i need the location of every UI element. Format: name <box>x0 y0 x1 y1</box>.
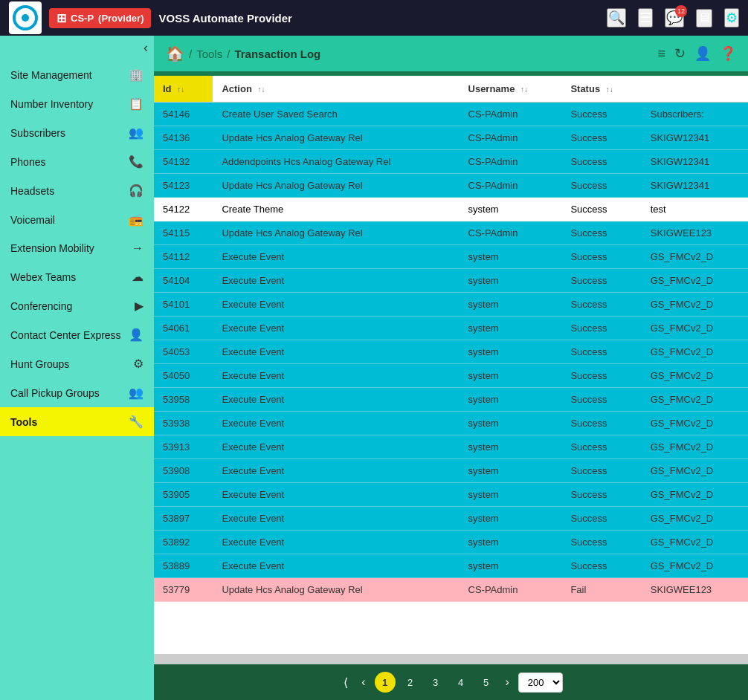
chat-icon[interactable]: 💬 12 <box>665 8 684 27</box>
user-icon[interactable]: 👤 <box>694 45 711 62</box>
logo-circle <box>13 5 38 30</box>
sidebar-item-label: Hunt Groups <box>10 358 133 370</box>
pagination-page-5[interactable]: 5 <box>476 672 497 693</box>
sidebar-item-hunt-groups[interactable]: Hunt Groups ⚙ <box>0 349 154 378</box>
settings-icon[interactable]: ⚙ <box>724 8 739 27</box>
table-row[interactable]: 54123 Update Hcs Analog Gateway Rel CS-P… <box>154 174 748 198</box>
cell-username: CS-PAdmin <box>460 174 562 198</box>
contact-center-icon: 👤 <box>129 328 144 342</box>
table-row[interactable]: 54112 Execute Event system Success GS_FM… <box>154 245 748 269</box>
cell-status: Success <box>561 340 641 364</box>
sidebar-item-conferencing[interactable]: Conferencing ▶ <box>0 291 154 320</box>
column-header-id[interactable]: Id ↑↓ <box>154 76 213 103</box>
column-header-action[interactable]: Action ↑↓ <box>213 76 459 103</box>
sidebar-item-phones[interactable]: Phones 📞 <box>0 147 154 176</box>
table-row[interactable]: 53908 Execute Event system Success GS_FM… <box>154 459 748 483</box>
cell-extra: SKIGWEE123 <box>642 221 748 245</box>
cell-username: system <box>460 198 562 221</box>
cell-id: 53889 <box>154 554 213 578</box>
sidebar-item-number-inventory[interactable]: Number Inventory 📋 <box>0 89 154 118</box>
pagination-prev-button[interactable]: ‹ <box>357 674 370 690</box>
cell-username: system <box>460 507 562 531</box>
phones-icon: 📞 <box>129 155 144 169</box>
table-row[interactable]: 54136 Update Hcs Analog Gateway Rel CS-P… <box>154 126 748 150</box>
page-size-select[interactable]: 200 100 50 25 <box>518 673 563 693</box>
cell-extra: GS_FMCv2_D <box>642 459 748 483</box>
cell-id: 54053 <box>154 340 213 364</box>
sidebar-collapse-button[interactable]: ‹ <box>144 40 148 56</box>
top-bar-icons: 🔍 ☰ 💬 12 🖥 ⚙ <box>607 8 739 27</box>
sidebar-item-subscribers[interactable]: Subscribers 👥 <box>0 118 154 147</box>
help-icon[interactable]: ❓ <box>720 45 736 62</box>
table-row[interactable]: 53958 Execute Event system Success GS_FM… <box>154 388 748 412</box>
column-header-username[interactable]: Username ↑↓ <box>460 76 562 103</box>
cell-username: system <box>460 245 562 269</box>
table-row[interactable]: 53889 Execute Event system Success GS_FM… <box>154 554 748 578</box>
cell-action: Execute Event <box>213 554 459 578</box>
cell-extra: SKIGWEE123 <box>642 578 748 602</box>
table-row[interactable]: 54050 Execute Event system Success GS_FM… <box>154 364 748 388</box>
table-row[interactable]: 54132 Addendpoints Hcs Analog Gateway Re… <box>154 150 748 174</box>
table-row[interactable]: 54061 Execute Event system Success GS_FM… <box>154 317 748 340</box>
table-row[interactable]: 54115 Update Hcs Analog Gateway Rel CS-P… <box>154 221 748 245</box>
pagination-next-button[interactable]: › <box>501 674 514 690</box>
table-row[interactable]: 54122 Create Theme system Success test <box>154 198 748 221</box>
column-header-extra <box>642 76 748 103</box>
monitor-icon[interactable]: 🖥 <box>696 9 712 27</box>
table-row[interactable]: 53938 Execute Event system Success GS_FM… <box>154 412 748 435</box>
sidebar-item-webex-teams[interactable]: Webex Teams ☁ <box>0 262 154 291</box>
cell-id: 54104 <box>154 269 213 293</box>
table-row[interactable]: 53905 Execute Event system Success GS_FM… <box>154 483 748 507</box>
cell-action: Addendpoints Hcs Analog Gateway Rel <box>213 150 459 174</box>
sidebar-item-extension-mobility[interactable]: Extension Mobility → <box>0 234 154 262</box>
pagination-page-3[interactable]: 3 <box>425 672 446 693</box>
cell-extra: GS_FMCv2_D <box>642 507 748 531</box>
sidebar-collapse[interactable]: ‹ <box>0 36 154 60</box>
table-row[interactable]: 54104 Execute Event system Success GS_FM… <box>154 269 748 293</box>
table-row[interactable]: 53897 Execute Event system Success GS_FM… <box>154 507 748 531</box>
cell-status: Success <box>561 435 641 459</box>
breadcrumb-current: Transaction Log <box>234 48 320 60</box>
logo-inner <box>22 14 29 22</box>
cell-id: 54050 <box>154 364 213 388</box>
number-inventory-icon: 📋 <box>129 97 144 111</box>
hunt-groups-icon: ⚙ <box>133 357 144 371</box>
table-row[interactable]: 54053 Execute Event system Success GS_FM… <box>154 340 748 364</box>
cell-username: CS-PAdmin <box>460 126 562 150</box>
voicemail-icon: 📻 <box>129 213 144 227</box>
sidebar-item-label: Site Management <box>10 69 129 81</box>
column-header-status[interactable]: Status ↑↓ <box>561 76 641 103</box>
table-row[interactable]: 54146 Create User Saved Search CS-PAdmin… <box>154 103 748 126</box>
sidebar-item-contact-center-express[interactable]: Contact Center Express 👤 <box>0 320 154 349</box>
sidebar: ‹ Site Management 🏢 Number Inventory 📋 S… <box>0 36 154 700</box>
home-icon[interactable]: 🏠 <box>166 45 184 62</box>
pagination-page-1[interactable]: 1 <box>375 672 396 693</box>
cell-id: 53908 <box>154 459 213 483</box>
provider-badge[interactable]: ⊞ CS-P (Provider) <box>49 8 151 28</box>
list-icon[interactable]: ☰ <box>638 8 653 27</box>
sidebar-item-voicemail[interactable]: Voicemail 📻 <box>0 205 154 234</box>
table-row[interactable]: 54101 Execute Event system Success GS_FM… <box>154 293 748 317</box>
search-icon[interactable]: 🔍 <box>607 8 626 27</box>
cell-status: Success <box>561 269 641 293</box>
cell-id: 54061 <box>154 317 213 340</box>
refresh-icon[interactable]: ↻ <box>674 45 686 62</box>
pagination-page-4[interactable]: 4 <box>451 672 471 693</box>
breadcrumb-tools[interactable]: Tools <box>196 48 222 60</box>
pagination-page-2[interactable]: 2 <box>400 672 421 693</box>
sidebar-item-site-management[interactable]: Site Management 🏢 <box>0 60 154 89</box>
table-row[interactable]: 53913 Execute Event system Success GS_FM… <box>154 435 748 459</box>
sidebar-item-call-pickup-groups[interactable]: Call Pickup Groups 👥 <box>0 378 154 407</box>
filter-icon[interactable]: ≡ <box>657 46 665 62</box>
sidebar-item-headsets[interactable]: Headsets 🎧 <box>0 176 154 205</box>
pagination-first-button[interactable]: ⟨ <box>339 674 352 691</box>
sidebar-item-tools[interactable]: Tools 🔧 <box>0 407 154 436</box>
table-row[interactable]: 53779 Update Hcs Analog Gateway Rel CS-P… <box>154 578 748 602</box>
horizontal-scrollbar[interactable] <box>154 654 748 664</box>
cell-extra: GS_FMCv2_D <box>642 293 748 317</box>
cell-action: Execute Event <box>213 435 459 459</box>
table-row[interactable]: 53892 Execute Event system Success GS_FM… <box>154 531 748 554</box>
cell-action: Update Hcs Analog Gateway Rel <box>213 578 459 602</box>
notification-badge: 12 <box>675 5 687 17</box>
table-container[interactable]: Id ↑↓ Action ↑↓ Username ↑↓ Status ↑↓ 54… <box>154 76 748 654</box>
